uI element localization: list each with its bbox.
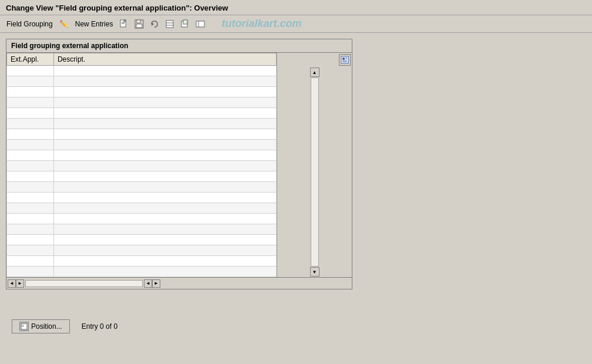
cell-ext: [7, 267, 54, 277]
cell-ext: [7, 203, 54, 214]
table-row[interactable]: [7, 97, 277, 108]
scroll-right-button[interactable]: ►: [16, 279, 24, 288]
table-row[interactable]: [7, 214, 277, 224]
scroll-left-button[interactable]: ◄: [8, 279, 16, 288]
scroll-up-button[interactable]: ▲: [310, 68, 319, 77]
menu-bar: Field Grouping ✏️ New Entries tutorialka…: [0, 15, 592, 33]
cell-ext: [7, 87, 54, 97]
table-row[interactable]: [7, 203, 277, 214]
save-icon[interactable]: [133, 18, 145, 30]
page-title: Change View "Field grouping external app…: [6, 4, 228, 12]
cell-ext: [7, 193, 54, 203]
table-title: Field grouping external application: [6, 39, 352, 53]
cell-ext: [7, 171, 54, 182]
position-button-label: Position...: [31, 322, 62, 331]
svg-rect-22: [22, 325, 24, 327]
table-row[interactable]: [7, 108, 277, 119]
table-row[interactable]: [7, 224, 277, 235]
cell-ext: [7, 161, 54, 171]
other-icon3[interactable]: [194, 18, 206, 30]
scroll-track-vertical: [311, 77, 319, 267]
svg-rect-20: [342, 62, 347, 62]
table-row[interactable]: [7, 87, 277, 97]
svg-marker-7: [152, 22, 154, 26]
other-icon1[interactable]: [164, 18, 176, 30]
table-row[interactable]: [7, 235, 277, 245]
svg-rect-19: [342, 60, 347, 61]
menu-new-entries[interactable]: New Entries: [73, 19, 115, 29]
table-settings-icon[interactable]: [339, 54, 351, 66]
table-row[interactable]: [7, 182, 277, 193]
position-icon: [19, 322, 29, 331]
cell-ext: [7, 76, 54, 87]
cell-ext: [7, 224, 54, 235]
menu-field-grouping[interactable]: Field Grouping: [5, 19, 55, 29]
cell-desc: [53, 87, 276, 97]
cell-desc: [53, 150, 276, 161]
h-scroll-left2[interactable]: ◄: [144, 279, 152, 288]
table-row[interactable]: [7, 245, 277, 256]
cell-desc: [53, 245, 276, 256]
cell-ext: [7, 256, 54, 267]
svg-rect-8: [166, 21, 173, 28]
cell-desc: [53, 129, 276, 140]
table-row[interactable]: [7, 129, 277, 140]
cell-desc: [53, 267, 276, 277]
svg-rect-18: [345, 59, 347, 59]
table-row[interactable]: [7, 256, 277, 267]
edit-icon[interactable]: ✏️: [58, 18, 70, 30]
cell-desc: [53, 108, 276, 119]
cell-desc: [53, 224, 276, 235]
cell-ext: [7, 140, 54, 150]
svg-rect-1: [124, 20, 126, 22]
col-header-desc: Descript.: [53, 53, 276, 66]
cell-desc: [53, 193, 276, 203]
table-container: Field grouping external application Ext.…: [6, 39, 352, 289]
table-wrapper: Ext.Appl. Descript. ▲: [6, 53, 352, 277]
cell-ext: [7, 235, 54, 245]
table-row[interactable]: [7, 66, 277, 76]
cell-desc: [53, 203, 276, 214]
table-row[interactable]: [7, 140, 277, 150]
cell-ext: [7, 182, 54, 193]
table-row[interactable]: [7, 150, 277, 161]
table-row[interactable]: [7, 161, 277, 171]
cell-ext: [7, 66, 54, 76]
table-row[interactable]: [7, 119, 277, 129]
h-scroll-track-left: [25, 280, 143, 287]
cell-ext: [7, 129, 54, 140]
svg-rect-5: [137, 20, 140, 23]
cell-desc: [53, 76, 276, 87]
h-scroll-right2[interactable]: ►: [152, 279, 160, 288]
col-header-ext: Ext.Appl.: [7, 53, 54, 66]
entry-count: Entry 0 of 0: [82, 322, 117, 331]
cell-ext: [7, 214, 54, 224]
table-row[interactable]: [7, 76, 277, 87]
undo-icon[interactable]: [149, 18, 160, 30]
cell-desc: [53, 97, 276, 108]
cell-desc: [53, 182, 276, 193]
svg-rect-13: [196, 21, 204, 27]
title-bar: Change View "Field grouping external app…: [0, 0, 592, 15]
cell-desc: [53, 171, 276, 182]
data-table: Ext.Appl. Descript.: [6, 53, 277, 277]
cell-desc: [53, 161, 276, 171]
table-row[interactable]: [7, 193, 277, 203]
svg-rect-16: [342, 58, 345, 60]
cell-desc: [53, 119, 276, 129]
svg-rect-12: [183, 20, 187, 24]
cell-desc: [53, 256, 276, 267]
watermark: tutorialkart.com: [221, 18, 301, 30]
cell-desc: [53, 66, 276, 76]
cell-desc: [53, 214, 276, 224]
cell-ext: [7, 245, 54, 256]
position-button[interactable]: Position...: [12, 319, 70, 333]
table-row[interactable]: [7, 171, 277, 182]
other-icon2[interactable]: [179, 18, 191, 30]
new-doc-icon[interactable]: [118, 18, 130, 30]
cell-desc: [53, 235, 276, 245]
main-content: Field grouping external application Ext.…: [0, 33, 592, 350]
table-row[interactable]: [7, 267, 277, 277]
scroll-down-button[interactable]: ▼: [310, 267, 319, 277]
svg-rect-6: [136, 24, 142, 28]
